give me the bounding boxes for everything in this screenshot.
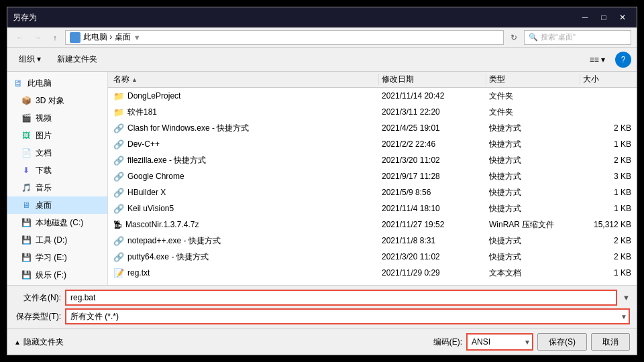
file-modified-cell: 2021/5/9 8:56 [379, 188, 486, 197]
sidebar-item-3d-label: 3D 对象 [36, 95, 64, 107]
table-row[interactable]: 🔗 Clash for Windows.exe - 快捷方式 2021/4/25… [108, 120, 637, 136]
title-bar-controls: ─ □ ✕ [576, 11, 631, 24]
breadcrumb-arrow: ▼ [133, 34, 141, 42]
back-button[interactable]: ← [13, 30, 28, 45]
file-size-cell: 2 KB [580, 252, 634, 261]
sidebar-item-e[interactable]: 💾 学习 (E:) [7, 249, 107, 266]
file-name: DongLeProject [127, 91, 180, 101]
toolbar: 组织 ▾ 新建文件夹 ≡≡ ▾ ? [7, 48, 637, 72]
sidebar-item-d[interactable]: 💾 工具 (D:) [7, 231, 107, 249]
help-button[interactable]: ? [615, 52, 631, 68]
bottom-form: 文件名(N): ▼ 保存类型(T): 所有文件 (*.*) ▼ [7, 285, 637, 328]
breadcrumb-path[interactable]: 此电脑 › 桌面 ▼ [65, 30, 504, 45]
sidebar-item-e-label: 学习 (E:) [36, 252, 67, 263]
save-button[interactable]: 保存(S) [537, 333, 587, 351]
file-name: filezilla.exe - 快捷方式 [127, 155, 206, 166]
table-row[interactable]: 🔗 filezilla.exe - 快捷方式 2021/3/20 11:02 快… [108, 152, 637, 168]
breadcrumb-text: 此电脑 › 桌面 [83, 32, 131, 43]
sidebar-item-pc-label: 此电脑 [28, 78, 52, 89]
minimize-button[interactable]: ─ [576, 11, 594, 24]
table-row[interactable]: 📁 软件181 2021/3/11 22:20 文件夹 [108, 104, 637, 120]
breadcrumb-bar: ← → ↑ 此电脑 › 桌面 ▼ ↻ 🔍 搜索"桌面" [7, 27, 637, 48]
file-modified-cell: 2021/11/27 19:52 [379, 220, 486, 229]
file-name-cell: 📁 DongLeProject [111, 91, 379, 101]
table-row[interactable]: 🔗 putty64.exe - 快捷方式 2021/3/20 11:02 快捷方… [108, 249, 637, 265]
file-type-cell: 快捷方式 [486, 155, 580, 166]
file-name-cell: 📝 reg.txt [111, 268, 379, 278]
search-box[interactable]: 🔍 搜索"桌面" [524, 30, 631, 45]
pic-icon: 🖼 [21, 130, 32, 141]
file-modified-cell: 2021/11/14 20:42 [379, 91, 486, 101]
table-row[interactable]: 🔗 Keil uVision5 2021/11/4 18:10 快捷方式 1 K… [108, 200, 637, 217]
col-header-name[interactable]: 名称 ▲ [111, 74, 379, 85]
table-row[interactable]: 🗜 MascotNir.1.3.7.4.7z 2021/11/27 19:52 … [108, 217, 637, 233]
sidebar-item-pic[interactable]: 🖼 图片 [7, 127, 107, 144]
col-header-modified[interactable]: 修改日期 [379, 74, 486, 85]
sidebar-item-desk[interactable]: 🖥 桌面 [7, 196, 107, 214]
sidebar-item-3d[interactable]: 📦 3D 对象 [7, 92, 107, 109]
sidebar-item-music[interactable]: 🎵 音乐 [7, 179, 107, 196]
hide-files-arrow: ▲ [14, 339, 21, 346]
sidebar-item-f[interactable]: 💾 娱乐 (F:) [7, 266, 107, 284]
path-folder-icon [70, 32, 80, 43]
table-row[interactable]: 🔗 notepad++.exe - 快捷方式 2021/11/8 8:31 快捷… [108, 233, 637, 249]
cancel-button[interactable]: 取消 [591, 333, 630, 351]
file-icon: 🔗 [113, 156, 124, 166]
file-name: Keil uVision5 [127, 204, 174, 213]
sidebar-item-doc-label: 文档 [36, 147, 52, 159]
up-button[interactable]: ↑ [48, 30, 62, 45]
sidebar-item-doc[interactable]: 📄 文档 [7, 144, 107, 162]
filename-input[interactable] [65, 290, 617, 306]
col-modified-label: 修改日期 [382, 74, 414, 85]
file-icon: 🔗 [113, 172, 124, 182]
encoding-select[interactable]: ANSI [466, 333, 533, 351]
c-disk-icon: 💾 [21, 217, 32, 228]
file-type-cell: 文本文档 [486, 267, 580, 279]
table-row[interactable]: 📝 reg.txt 2021/11/29 0:29 文本文档 1 KB [108, 265, 637, 281]
file-icon: 🗜 [113, 220, 122, 230]
file-type-cell: 文件夹 [486, 90, 580, 102]
new-folder-button[interactable]: 新建文件夹 [51, 52, 103, 68]
file-icon: 📁 [113, 107, 124, 117]
file-size-cell: 1 KB [580, 204, 634, 213]
file-name-cell: 🔗 Dev-C++ [111, 139, 379, 149]
sidebar-item-pc[interactable]: 🖥 此电脑 [7, 74, 107, 92]
filename-dropdown-arrow[interactable]: ▼ [623, 294, 630, 302]
filetype-row: 保存类型(T): 所有文件 (*.*) ▼ [14, 308, 630, 324]
table-row[interactable]: 📁 DongLeProject 2021/11/14 20:42 文件夹 [108, 88, 637, 104]
sidebar-item-f-label: 娱乐 (F:) [36, 269, 66, 281]
save-dialog: 另存为 ─ □ ✕ ← → ↑ 此电脑 › 桌面 ▼ ↻ 🔍 搜索"桌面" 组织… [7, 7, 637, 355]
file-size-cell: 15,312 KB [580, 220, 634, 229]
close-button[interactable]: ✕ [614, 11, 631, 24]
refresh-button[interactable]: ↻ [506, 30, 521, 45]
file-name-cell: 🔗 notepad++.exe - 快捷方式 [111, 235, 379, 247]
action-bar: ▲ 隐藏文件夹 编码(E): ANSI ▼ 保存(S) 取消 [7, 328, 637, 355]
file-icon: 🔗 [113, 236, 124, 246]
f-disk-icon: 💾 [21, 269, 32, 280]
sidebar-item-dl[interactable]: ⬇ 下载 [7, 162, 107, 179]
file-icon: 📁 [113, 91, 124, 101]
encoding-select-wrapper: ANSI ▼ [466, 333, 533, 351]
col-header-type[interactable]: 类型 [486, 74, 580, 85]
table-row[interactable]: 🔗 Dev-C++ 2021/2/2 22:46 快捷方式 1 KB [108, 136, 637, 152]
sidebar-item-video[interactable]: 🎬 视频 [7, 109, 107, 127]
3d-icon: 📦 [21, 95, 32, 106]
file-modified-cell: 2021/3/20 11:02 [379, 156, 486, 165]
forward-button[interactable]: → [30, 30, 45, 45]
file-name-cell: 🔗 Keil uVision5 [111, 204, 379, 214]
view-button[interactable]: ≡≡ ▾ [584, 52, 611, 68]
dl-icon: ⬇ [21, 165, 32, 176]
organize-button[interactable]: 组织 ▾ [13, 52, 47, 68]
file-name: reg.txt [127, 268, 150, 278]
col-name-label: 名称 [113, 74, 129, 85]
maximize-button[interactable]: □ [595, 11, 612, 24]
pc-icon: 🖥 [13, 78, 23, 88]
hide-files-toggle[interactable]: ▲ 隐藏文件夹 [14, 337, 64, 348]
sidebar-item-c[interactable]: 💾 本地磁盘 (C:) [7, 214, 107, 231]
file-size-cell: 3 KB [580, 172, 634, 181]
filetype-select[interactable]: 所有文件 (*.*) [65, 308, 630, 324]
table-row[interactable]: 🔗 HBuilder X 2021/5/9 8:56 快捷方式 1 KB [108, 184, 637, 200]
file-type-cell: 快捷方式 [486, 203, 580, 215]
table-row[interactable]: 🔗 Google Chrome 2021/9/17 11:28 快捷方式 3 K… [108, 168, 637, 184]
col-header-size[interactable]: 大小 [580, 74, 634, 85]
